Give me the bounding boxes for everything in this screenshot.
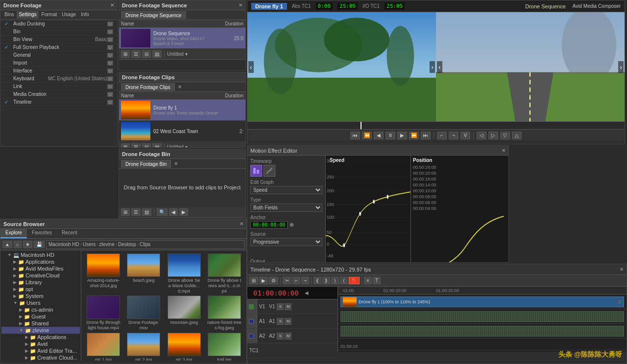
- transport-splice-in[interactable]: V: [460, 132, 470, 139]
- transport-extra1[interactable]: ◁: [477, 132, 486, 139]
- setting-media-creation[interactable]: Media Creation U: [0, 91, 117, 98]
- bin-nav-next[interactable]: ▶: [179, 208, 188, 216]
- motion-effect-close[interactable]: ✕: [502, 148, 506, 153]
- tree-shared[interactable]: ▶ 📁 Shared: [1, 320, 80, 327]
- footage-clips-tab-close[interactable]: ✕: [178, 84, 182, 90]
- tree-users[interactable]: ▼ 📁 Users: [1, 299, 80, 306]
- transport-play[interactable]: ▶: [397, 132, 407, 139]
- tb-large-btn[interactable]: ⊟: [142, 50, 151, 58]
- tl-tb4[interactable]: ✂: [283, 277, 291, 284]
- setting-fullscreen[interactable]: ✓ Full Screen Playback U: [0, 44, 117, 51]
- anchor-reset[interactable]: ⊕: [289, 222, 294, 228]
- grid-item-7[interactable]: nature-forest-trees-fog.jpeg: [205, 296, 243, 331]
- sb-drive[interactable]: 💾: [34, 241, 45, 248]
- menu-settings[interactable]: Settings: [17, 11, 38, 19]
- tl-tb8[interactable]: ⟫: [322, 277, 330, 284]
- tl-tb10[interactable]: ⟨: [340, 277, 348, 284]
- transport-extra4[interactable]: △: [512, 132, 522, 139]
- transport-goto-end[interactable]: ⏭: [421, 132, 431, 139]
- setting-link[interactable]: Link U: [0, 83, 117, 91]
- bin-search[interactable]: 🔍: [157, 208, 168, 216]
- sb-fav[interactable]: ★: [23, 241, 32, 248]
- viewer-right-prev[interactable]: ‹: [437, 61, 442, 73]
- grid-item-5[interactable]: Drone Footage.mov: [124, 296, 163, 331]
- grid-item-11[interactable]: trail.jpg: [205, 333, 243, 361]
- sb-tab-favorites[interactable]: Favorites: [27, 229, 57, 238]
- tl-tb11[interactable]: ≡: [364, 277, 372, 284]
- tree-macintosh-hd[interactable]: ▼ 💻 Macintosh HD: [1, 251, 80, 258]
- transport-stop[interactable]: ⏸: [386, 132, 395, 139]
- setting-bin[interactable]: Bin U: [0, 28, 117, 36]
- grid-item-10[interactable]: pic 3.jpg: [165, 333, 203, 361]
- transport-extra2[interactable]: ▷: [488, 132, 498, 139]
- tree-avid-media[interactable]: ▶ 📁 Avid MediaFiles: [1, 265, 80, 272]
- a2-btn2[interactable]: M: [285, 333, 291, 340]
- tree-creative-cloud[interactable]: ▶ 📁 Creative Cloud...: [1, 354, 80, 361]
- sb-path-2[interactable]: zlevine: [99, 242, 115, 247]
- v1-btn1[interactable]: S: [277, 303, 284, 310]
- tl-snap-btn[interactable]: 🔴: [349, 277, 360, 284]
- sb-path-0[interactable]: Macintosh HD: [48, 242, 79, 247]
- a2-btn1[interactable]: S: [277, 333, 284, 340]
- transport-step-fwd[interactable]: ⏩: [409, 132, 419, 139]
- clips-tb3[interactable]: ⊟: [142, 143, 151, 148]
- timeline-close[interactable]: ✕: [620, 267, 624, 272]
- motion-speed-graph[interactable]: Speed 300 250 200 150 100 50 0 -49: [326, 156, 410, 262]
- footage-sequence-close[interactable]: ✕: [239, 2, 242, 8]
- a1-btn2[interactable]: M: [285, 318, 291, 325]
- menu-usage[interactable]: Usage: [60, 11, 78, 19]
- tb-detail-btn[interactable]: ▤: [152, 50, 162, 58]
- tl-tb1[interactable]: ⊞: [249, 277, 258, 284]
- sb-path-4[interactable]: Clips: [140, 242, 150, 247]
- tree-zlevine[interactable]: ▼ 📁 zlevine: [1, 327, 80, 334]
- timewarp-icon-2[interactable]: [264, 165, 275, 177]
- transport-play-back[interactable]: ◀: [374, 132, 384, 139]
- tl-tb2[interactable]: ▶: [259, 277, 268, 284]
- transport-goto-start[interactable]: ⏮: [350, 132, 360, 139]
- grid-item-0[interactable]: Amazing-nature-shot-2014.jpg: [84, 253, 122, 294]
- source-select[interactable]: Progressive: [250, 238, 322, 246]
- sb-path-1[interactable]: Users: [83, 242, 96, 247]
- setting-bin-view[interactable]: Bin View Basic U: [0, 36, 117, 44]
- drone-footage-close[interactable]: ✕: [110, 2, 114, 8]
- viewer-left-next[interactable]: ›: [430, 61, 435, 73]
- footage-bin-tab[interactable]: Drone Footage Bin: [121, 160, 171, 168]
- bin-tb3[interactable]: ▤: [142, 208, 151, 216]
- setting-general[interactable]: General U: [0, 51, 117, 59]
- tree-opt[interactable]: ▶ 📁 opt: [1, 286, 80, 293]
- setting-timeline[interactable]: ✓ Timeline U: [0, 98, 117, 106]
- clip-item-1[interactable]: 02 West Coast Town 2:: [119, 121, 245, 142]
- grid-item-4[interactable]: Drone fly through light house.mp4: [84, 296, 122, 331]
- sb-home[interactable]: ⌂: [14, 241, 22, 248]
- v1-btn2[interactable]: M: [285, 303, 291, 310]
- footage-clips-tab[interactable]: Drone Footage Clips: [121, 83, 175, 91]
- grid-item-1[interactable]: beach.jpeg: [124, 253, 163, 294]
- a1-clip[interactable]: [340, 311, 624, 322]
- footage-sequence-tab[interactable]: Drone Footage Sequence: [121, 11, 186, 19]
- setting-interface[interactable]: Interface U: [0, 67, 117, 75]
- tree-cs-admin[interactable]: ▶ 📁 cs-admin: [1, 306, 80, 313]
- a2-clip[interactable]: [340, 326, 624, 337]
- clips-tb2[interactable]: ☰: [131, 143, 141, 148]
- bin-nav-prev[interactable]: ◀: [169, 208, 178, 216]
- tl-tb7[interactable]: ⟪: [314, 277, 321, 284]
- tree-zlevine-apps[interactable]: ▶ 📁 Applications: [1, 334, 80, 341]
- footage-bin-tab-close[interactable]: ✕: [174, 161, 178, 166]
- viewer-left-prev[interactable]: ‹: [248, 61, 254, 73]
- tb-grid-btn[interactable]: ⊞: [121, 50, 130, 58]
- sb-tab-explore[interactable]: Explore: [0, 229, 27, 238]
- sb-up[interactable]: ▲: [2, 241, 12, 248]
- grid-item-9[interactable]: pic 2.jpg: [124, 333, 163, 361]
- tree-applications[interactable]: ▶ 📁 Applications: [1, 258, 80, 265]
- menu-format[interactable]: Format: [40, 11, 59, 19]
- edit-graph-select[interactable]: Speed: [250, 186, 322, 194]
- viewer-right-next[interactable]: ›: [618, 61, 624, 73]
- sb-path-3[interactable]: Desktop: [118, 242, 136, 247]
- video-clip-v1[interactable]: Drone fly 1 (100% to 116% to 245%) ≡: [340, 296, 624, 307]
- transport-step-back[interactable]: ⏪: [362, 132, 372, 139]
- clips-tb4[interactable]: ▤: [152, 143, 162, 148]
- setting-audio-ducking[interactable]: ✓ Audio Ducking U: [0, 20, 117, 28]
- clips-tb1[interactable]: ⊞: [121, 143, 130, 148]
- clip-item-0[interactable]: Drone fly 1 Drone over Trees towards Oce…: [119, 100, 245, 121]
- tl-tb6[interactable]: ¬: [301, 277, 309, 284]
